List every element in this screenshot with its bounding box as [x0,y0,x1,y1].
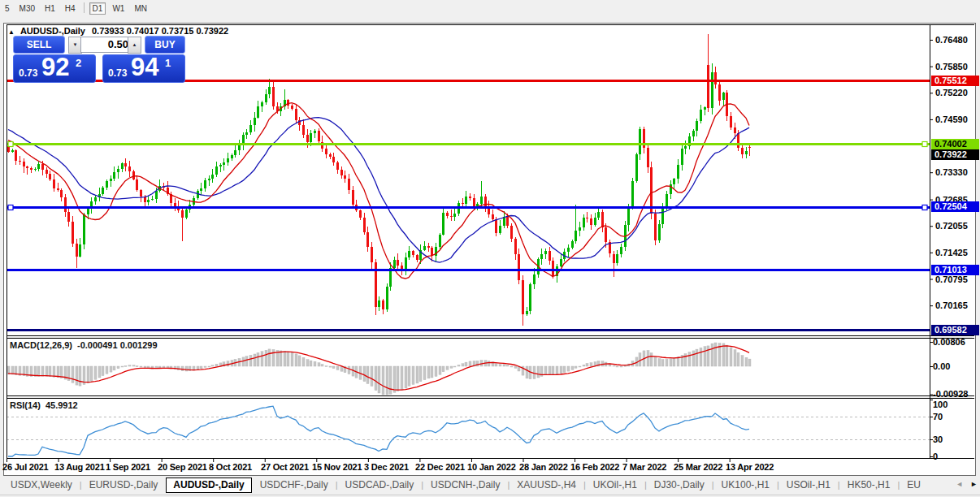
symbol-tab-dj30-daily[interactable]: DJ30-,Daily [647,477,712,494]
sell-price-digits: 92 [41,53,69,82]
symbol-tab-usdchf-daily[interactable]: USDCHF-,Daily [253,477,336,494]
symbol-tab-usoil-h1[interactable]: USOil-,H1 [779,477,838,494]
symbol-tab-bar: USDX,Weekly|EURUSD-,DailyAUDUSD-,DailyUS… [0,477,980,495]
timeframe-button-d1[interactable]: D1 [89,2,106,15]
timeframe-button-mn[interactable]: MN [131,2,150,15]
symbol-tab-eurusd-daily[interactable]: EURUSD-,Daily [82,477,166,494]
toolbar-separator [84,2,85,13]
buy-price-digits: 94 [131,53,158,82]
collapse-arrow-icon[interactable]: ▲ [8,28,15,36]
chart-ohlc-values: 0.73933 0.74017 0.73715 0.73922 [92,26,228,36]
timeframe-button-m30[interactable]: M30 [16,2,38,15]
buy-button[interactable]: BUY [145,36,185,54]
timeframe-button-w1[interactable]: W1 [109,2,128,15]
macd-name: MACD(12,26,9) [10,340,72,350]
timeframe-button-5[interactable]: 5 [2,2,13,15]
symbol-tab-usdx-weekly[interactable]: USDX,Weekly [3,477,80,494]
symbol-tabs: USDX,Weekly|EURUSD-,DailyAUDUSD-,DailyUS… [3,477,952,495]
buy-price-display[interactable]: 0.73 94 1 [102,54,185,83]
rsi-value: 45.9912 [46,400,78,410]
rsi-name: RSI(14) [10,400,41,410]
symbol-tab-eu[interactable]: EU [900,477,928,494]
one-click-trading-panel: SELL ▼ 0.50 ▲ BUY 0.73 92 2 0.73 94 1 [13,36,185,81]
symbol-tab-xauusd-h4[interactable]: XAUUSD-,H4 [510,477,583,494]
sell-price-prefix: 0.73 [19,67,37,79]
symbol-tab-uk100-h1[interactable]: UK100-,H1 [714,477,777,494]
buy-price-pip: 1 [165,57,171,69]
symbol-tab-audusd-daily[interactable]: AUDUSD-,Daily [166,478,251,493]
symbol-tab-hk50-h1[interactable]: HK50-,H1 [840,477,898,494]
tab-scroll-right-icon[interactable]: ► [970,480,978,488]
chart-symbol-label: AUDUSD-,Daily [20,26,85,36]
sell-price-pip: 2 [76,57,81,69]
macd-values: -0.000491 0.001299 [77,340,157,350]
price-chart[interactable] [3,23,975,475]
symbol-tab-usdcad-daily[interactable]: USDCAD-,Daily [338,477,422,494]
sell-button[interactable]: SELL [13,36,65,54]
timeframe-button-h4[interactable]: H4 [62,2,79,15]
timeframe-button-h1[interactable]: H1 [41,2,59,15]
macd-pane-label: MACD(12,26,9)-0.000491 0.001299 [10,340,158,350]
trading-terminal: { "toolbar": { "timeframe_buttons": ["5"… [0,0,980,497]
tab-scroll-left-icon[interactable]: ◄ [956,480,963,488]
rsi-pane-label: RSI(14)45.9912 [10,400,78,410]
tab-scroll-arrows: ◄► [956,480,978,488]
trade-panel-top-row: SELL ▼ 0.50 ▲ BUY [13,36,185,54]
timeframe-toolbar: 5M30H1H4D1W1MN [0,0,980,23]
chart-title: ▲AUDUSD-,Daily0.73933 0.74017 0.73715 0.… [8,26,228,36]
volume-spinner: ▼ 0.50 ▲ [68,37,141,52]
buy-price-prefix: 0.73 [108,67,127,79]
sell-price-display[interactable]: 0.73 92 2 [13,54,96,83]
symbol-tab-usdcnh-daily[interactable]: USDCNH-,Daily [423,477,507,494]
symbol-tab-ukoil-h1[interactable]: UKOil-,H1 [586,477,644,494]
volume-input[interactable]: 0.50 [80,37,132,53]
volume-increase-button[interactable]: ▲ [128,37,141,54]
